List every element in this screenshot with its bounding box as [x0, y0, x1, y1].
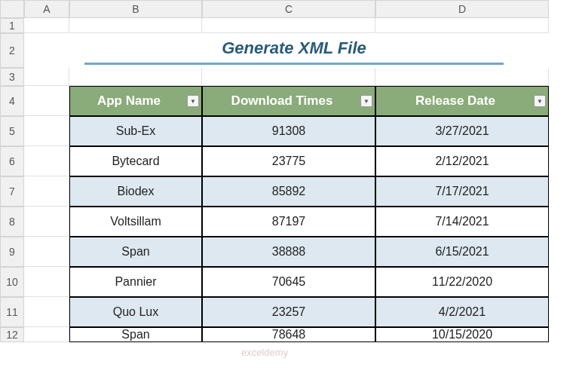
row-head-11[interactable]: 11: [0, 297, 24, 327]
row-head-3[interactable]: 3: [0, 68, 24, 86]
table-cell[interactable]: 78648: [202, 327, 375, 342]
cell-A3[interactable]: [24, 68, 69, 86]
filter-dropdown-icon[interactable]: ▼: [187, 95, 199, 107]
cell-A9[interactable]: [24, 237, 69, 267]
cell-A11[interactable]: [24, 297, 69, 327]
cell-A4[interactable]: [24, 86, 69, 116]
table-cell[interactable]: Span: [69, 327, 202, 342]
table-cell[interactable]: Voltsillam: [69, 207, 202, 237]
table-cell[interactable]: 70645: [202, 267, 375, 297]
table-cell[interactable]: Bytecard: [69, 146, 202, 176]
table-cell[interactable]: 87197: [202, 207, 375, 237]
header-label: Release Date: [415, 93, 495, 109]
cell-C1[interactable]: [202, 18, 375, 33]
table-cell[interactable]: 7/17/2021: [375, 176, 549, 207]
table-cell[interactable]: 23775: [202, 146, 375, 176]
table-cell[interactable]: 10/15/2020: [375, 327, 549, 342]
select-all-corner[interactable]: [0, 0, 24, 18]
table-cell[interactable]: Span: [69, 237, 202, 267]
filter-dropdown-icon[interactable]: ▼: [534, 95, 546, 107]
cell-B1[interactable]: [69, 18, 202, 33]
cell-A1[interactable]: [24, 18, 69, 33]
cell-A10[interactable]: [24, 267, 69, 297]
cell-A6[interactable]: [24, 146, 69, 176]
table-cell[interactable]: Biodex: [69, 176, 202, 207]
cell-C3[interactable]: [202, 68, 375, 86]
table-header-release-date[interactable]: Release Date ▼: [375, 86, 549, 116]
table-cell[interactable]: 23257: [202, 297, 375, 327]
row-head-12[interactable]: 12: [0, 327, 24, 342]
watermark: exceldemy: [241, 347, 288, 358]
table-cell[interactable]: 85892: [202, 176, 375, 207]
col-head-A[interactable]: A: [24, 0, 69, 18]
cell-B3[interactable]: [69, 68, 202, 86]
cell-A7[interactable]: [24, 176, 69, 207]
table-cell[interactable]: 11/22/2020: [375, 267, 549, 297]
page-title: Generate XML File: [84, 33, 504, 65]
row-head-10[interactable]: 10: [0, 267, 24, 297]
col-head-B[interactable]: B: [69, 0, 202, 18]
cell-D1[interactable]: [375, 18, 549, 33]
table-cell[interactable]: 38888: [202, 237, 375, 267]
filter-dropdown-icon[interactable]: ▼: [360, 95, 372, 107]
table-cell[interactable]: 6/15/2021: [375, 237, 549, 267]
cell-A8[interactable]: [24, 207, 69, 237]
table-cell[interactable]: 7/14/2021: [375, 207, 549, 237]
row-head-9[interactable]: 9: [0, 237, 24, 267]
header-label: App Name: [97, 93, 161, 109]
table-header-download-times[interactable]: Download Times ▼: [202, 86, 375, 116]
row-head-5[interactable]: 5: [0, 116, 24, 146]
cell-A5[interactable]: [24, 116, 69, 146]
row-head-4[interactable]: 4: [0, 86, 24, 116]
table-header-app-name[interactable]: App Name ▼: [69, 86, 202, 116]
table-cell[interactable]: 91308: [202, 116, 375, 146]
row-head-1[interactable]: 1: [0, 18, 24, 33]
table-cell[interactable]: 3/27/2021: [375, 116, 549, 146]
table-cell[interactable]: Quo Lux: [69, 297, 202, 327]
col-head-D[interactable]: D: [375, 0, 549, 18]
row-head-2[interactable]: 2: [0, 33, 24, 68]
col-head-C[interactable]: C: [202, 0, 375, 18]
table-cell[interactable]: Pannier: [69, 267, 202, 297]
spreadsheet-grid: A B C D 1 2 3 4 5 6 7 8 9 10 11 12 Gener…: [0, 0, 579, 342]
header-label: Download Times: [231, 93, 333, 109]
cell-A12[interactable]: [24, 327, 69, 342]
table-cell[interactable]: 2/12/2021: [375, 146, 549, 176]
table-cell[interactable]: Sub-Ex: [69, 116, 202, 146]
row-head-7[interactable]: 7: [0, 176, 24, 207]
table-cell[interactable]: 4/2/2021: [375, 297, 549, 327]
cell-D3[interactable]: [375, 68, 549, 86]
row-head-8[interactable]: 8: [0, 207, 24, 237]
row-head-6[interactable]: 6: [0, 146, 24, 176]
